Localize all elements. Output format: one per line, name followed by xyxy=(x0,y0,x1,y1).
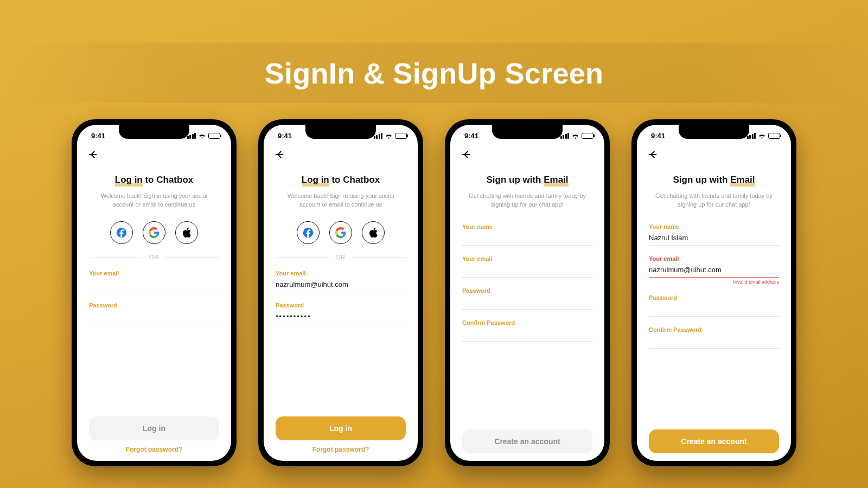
confirm-field[interactable] xyxy=(649,333,779,349)
wifi-icon xyxy=(385,133,393,139)
phone-signup-empty: 9:41 Sign up with Email Get chatting wit… xyxy=(445,119,610,466)
confirm-field[interactable] xyxy=(462,326,592,342)
google-icon xyxy=(335,227,346,238)
status-time: 9:41 xyxy=(651,132,665,140)
phone-row: 9:41 Log in to Chatbox Welcome back! Sig… xyxy=(0,119,868,466)
email-field[interactable] xyxy=(649,262,779,278)
apple-icon xyxy=(182,227,192,238)
status-time: 9:41 xyxy=(278,132,292,140)
or-text: OR xyxy=(149,254,159,260)
login-button[interactable]: Log in xyxy=(276,416,406,440)
back-icon[interactable] xyxy=(460,149,472,160)
email-label: Your email xyxy=(649,255,779,262)
back-icon[interactable] xyxy=(87,149,99,160)
google-icon xyxy=(149,227,159,238)
status-right xyxy=(560,133,594,139)
confirm-field-wrap: Confirm Password xyxy=(649,326,779,349)
email-label: Your email xyxy=(276,270,406,277)
facebook-icon xyxy=(116,227,127,238)
status-right xyxy=(747,133,781,139)
heading-rest: to Chatbox xyxy=(329,175,380,185)
email-field[interactable] xyxy=(276,277,406,292)
login-button[interactable]: Log in xyxy=(89,416,219,440)
wifi-icon xyxy=(758,133,766,139)
social-row xyxy=(276,221,406,244)
phone-signin-filled: 9:41 Log in to Chatbox Welcome back! Sig… xyxy=(258,119,423,466)
email-label: Your email xyxy=(462,255,592,262)
notch xyxy=(119,125,189,139)
heading-rest: to Chatbox xyxy=(143,175,194,185)
name-field[interactable] xyxy=(462,230,592,246)
email-field-wrap: Your email Invalid email address xyxy=(649,255,779,285)
notch xyxy=(492,125,563,139)
back-icon[interactable] xyxy=(647,149,659,160)
confirm-label: Confirm Password xyxy=(649,326,779,333)
signup-heading: Sign up with Email xyxy=(649,175,779,187)
email-field-wrap: Your email xyxy=(89,270,219,292)
status-time: 9:41 xyxy=(91,132,105,140)
battery-icon xyxy=(768,133,780,139)
or-text: OR xyxy=(336,254,346,260)
create-account-button[interactable]: Create an account xyxy=(462,429,592,453)
password-field[interactable] xyxy=(276,309,406,324)
status-right xyxy=(374,133,407,139)
social-row xyxy=(89,221,219,244)
phone-signup-error: 9:41 Sign up with Email Get chatting wit… xyxy=(631,119,796,466)
page-title: SignIn & SignUp Screen xyxy=(265,56,604,90)
password-label: Password xyxy=(276,302,406,309)
signup-subtext: Get chatting with friends and family tod… xyxy=(649,192,779,209)
heading-pre: Sign up with xyxy=(673,175,730,185)
facebook-button[interactable] xyxy=(110,221,133,244)
facebook-button[interactable] xyxy=(297,221,320,244)
wifi-icon xyxy=(571,133,579,139)
apple-icon xyxy=(368,227,378,238)
password-label: Password xyxy=(89,302,219,309)
apple-button[interactable] xyxy=(362,221,385,244)
email-field-wrap: Your email xyxy=(276,270,406,292)
google-button[interactable] xyxy=(329,221,352,244)
heading-underline: Log in xyxy=(302,177,329,187)
password-label: Password xyxy=(649,294,779,301)
forgot-password-link[interactable]: Forgot password? xyxy=(276,446,406,453)
heading-underline: Email xyxy=(730,177,755,187)
status-right xyxy=(187,133,221,139)
heading-underline: Log in xyxy=(115,177,143,187)
signin-subtext: Welcome back! Sign in using your social … xyxy=(276,192,406,209)
signup-heading: Sign up with Email xyxy=(462,175,592,187)
name-field-wrap: Your name xyxy=(462,223,592,246)
signin-heading: Log in to Chatbox xyxy=(276,175,406,187)
email-field[interactable] xyxy=(462,262,592,278)
create-account-button[interactable]: Create an account xyxy=(649,429,779,453)
password-field[interactable] xyxy=(89,309,219,324)
password-label: Password xyxy=(462,287,592,294)
apple-button[interactable] xyxy=(175,221,198,244)
email-label: Your email xyxy=(89,270,219,277)
battery-icon xyxy=(208,133,220,139)
battery-icon xyxy=(582,133,593,139)
password-field-wrap: Password xyxy=(89,302,219,324)
password-field-wrap: Password xyxy=(649,294,779,317)
notch xyxy=(305,125,376,139)
signup-subtext: Get chatting with friends and family tod… xyxy=(462,192,592,209)
password-field-wrap: Password xyxy=(276,302,406,324)
name-label: Your name xyxy=(462,223,592,230)
back-icon[interactable] xyxy=(273,149,285,160)
password-field[interactable] xyxy=(462,294,592,310)
email-field[interactable] xyxy=(89,277,219,292)
name-field-wrap: Your name xyxy=(649,223,779,246)
status-time: 9:41 xyxy=(464,132,478,140)
password-field[interactable] xyxy=(649,301,779,317)
heading-pre: Sign up with xyxy=(486,175,544,185)
notch xyxy=(679,125,749,139)
battery-icon xyxy=(395,133,407,139)
or-divider: OR xyxy=(276,254,406,260)
forgot-password-link[interactable]: Forgot password? xyxy=(89,446,219,453)
name-field[interactable] xyxy=(649,230,779,246)
or-divider: OR xyxy=(89,254,219,260)
google-button[interactable] xyxy=(143,221,165,244)
email-field-wrap: Your email xyxy=(462,255,592,278)
name-label: Your name xyxy=(649,223,779,230)
confirm-label: Confirm Password xyxy=(462,319,592,326)
title-band: SignIn & SignUp Screen xyxy=(0,43,868,103)
confirm-field-wrap: Confirm Password xyxy=(462,319,592,342)
